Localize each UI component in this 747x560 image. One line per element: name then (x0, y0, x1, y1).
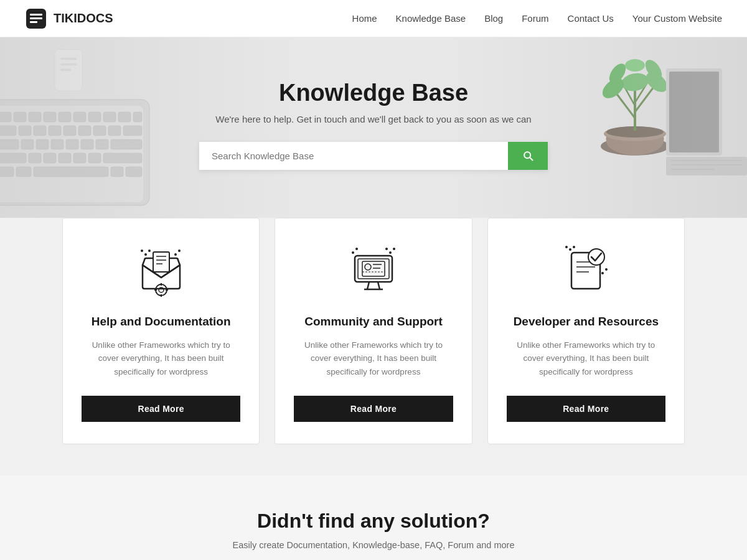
help-docs-icon (133, 243, 189, 299)
hero-content: Knowledge Base We're here to help. Get i… (199, 80, 548, 170)
hero-title: Knowledge Base (199, 80, 548, 106)
svg-rect-2 (30, 17, 42, 19)
svg-point-96 (389, 251, 392, 254)
main-nav: Home Knowledge Base Blog Forum Contact U… (352, 13, 722, 24)
svg-line-86 (367, 282, 369, 289)
card-developer-desc: Unlike other Frameworks which try to cov… (507, 338, 665, 379)
card-help-docs: Help and Documentation Unlike other Fram… (62, 218, 260, 444)
nav-contact[interactable]: Contact Us (568, 13, 614, 24)
nav-knowledge-base[interactable]: Knowledge Base (396, 13, 466, 24)
card-community-title: Community and Support (304, 314, 443, 330)
logo-text: TIKIDOCS (54, 11, 113, 26)
logo-icon (25, 7, 47, 30)
svg-point-81 (141, 250, 143, 252)
search-button[interactable] (508, 142, 548, 170)
svg-point-95 (355, 248, 358, 250)
developer-icon (558, 243, 614, 299)
card-developer: Developer and Resources Unlike other Fra… (487, 218, 685, 444)
svg-point-107 (601, 272, 604, 274)
nav-custom-website[interactable]: Your Custom Website (632, 13, 722, 24)
svg-point-82 (174, 253, 177, 256)
logo[interactable]: TIKIDOCS (25, 7, 113, 30)
card-help-docs-desc: Unlike other Frameworks which try to cov… (82, 338, 240, 379)
solution-section: Didn't find any solution? Easily create … (0, 475, 747, 560)
header: TIKIDOCS Home Knowledge Base Blog Forum … (0, 0, 747, 37)
svg-rect-3 (30, 21, 37, 23)
card-developer-button[interactable]: Read More (507, 396, 665, 422)
search-input[interactable] (199, 142, 508, 170)
cards-grid: Help and Documentation Unlike other Fram… (62, 199, 685, 444)
solution-subtitle: Easily create Documentation, Knowledge-b… (12, 540, 735, 550)
hero-section: Knowledge Base We're here to help. Get i… (0, 37, 747, 218)
svg-point-106 (565, 246, 568, 248)
svg-point-105 (573, 246, 575, 248)
cards-section: Help and Documentation Unlike other Fram… (0, 199, 747, 475)
svg-point-79 (144, 253, 147, 256)
svg-point-98 (385, 248, 388, 250)
nav-home[interactable]: Home (352, 13, 377, 24)
nav-blog[interactable]: Blog (484, 13, 503, 24)
card-community-button[interactable]: Read More (294, 396, 453, 422)
svg-point-73 (156, 284, 167, 296)
svg-line-87 (378, 282, 380, 289)
svg-rect-69 (153, 252, 169, 272)
svg-point-83 (178, 250, 181, 252)
svg-point-94 (352, 251, 354, 254)
search-icon (522, 149, 534, 162)
solution-title: Didn't find any solution? (12, 510, 735, 533)
svg-point-108 (605, 268, 608, 271)
card-help-docs-button[interactable]: Read More (82, 396, 240, 422)
svg-point-104 (569, 248, 571, 251)
svg-point-97 (393, 248, 395, 250)
community-icon (345, 243, 402, 299)
card-developer-title: Developer and Resources (514, 314, 659, 330)
card-community: Community and Support Unlike other Frame… (275, 218, 472, 444)
nav-forum[interactable]: Forum (522, 13, 548, 24)
card-help-docs-title: Help and Documentation (92, 314, 231, 330)
svg-point-80 (148, 250, 151, 252)
hero-subtitle: We're here to help. Get in touch and we'… (199, 114, 548, 124)
svg-rect-1 (30, 14, 42, 16)
card-community-desc: Unlike other Frameworks which try to cov… (294, 338, 453, 379)
search-bar (199, 142, 548, 170)
